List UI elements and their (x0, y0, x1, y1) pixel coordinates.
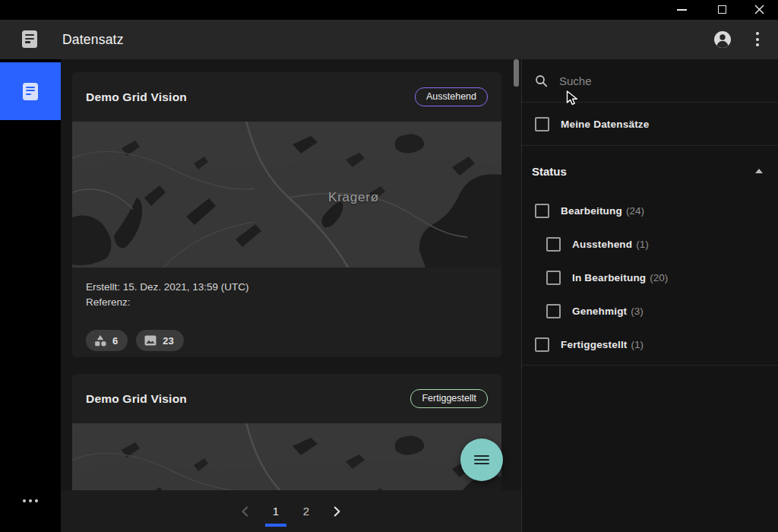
my-datasets-label: Meine Datensätze (561, 119, 650, 130)
more-horiz-icon[interactable] (23, 499, 38, 502)
image-icon (144, 335, 157, 346)
fab-menu-button[interactable] (460, 439, 503, 481)
datasets-list-icon (23, 83, 38, 100)
checkbox[interactable] (546, 304, 561, 318)
status-badge: Fertiggestellt (410, 389, 488, 408)
status-badge: Ausstehend (415, 87, 488, 106)
option-count: (1) (631, 339, 644, 350)
nav-list-icon[interactable] (22, 30, 37, 48)
checkbox[interactable] (535, 337, 549, 352)
filter-option-ausstehend[interactable]: Ausstehend (1) (522, 227, 778, 261)
option-count: (1) (636, 239, 649, 250)
option-count: (20) (650, 272, 668, 283)
images-count: 23 (163, 335, 173, 347)
search-input[interactable] (558, 74, 743, 88)
my-datasets-filter[interactable]: Meine Datensätze (522, 103, 778, 146)
dataset-title: Demo Grid Vision (86, 90, 187, 104)
map-place-label: Kragerø (328, 190, 379, 205)
app-bar: Datensatz (0, 20, 778, 59)
created-date: Erstellt: 15. Dez. 2021, 13:59 (UTC) (86, 280, 488, 295)
status-section-title: Status (532, 165, 567, 178)
status-options: Bearbeitung (24) Ausstehend (1) In Bearb… (522, 194, 778, 366)
dataset-list: Demo Grid Vision Ausstehend Kragerø Erst… (61, 59, 521, 532)
status-section-header[interactable]: Status (522, 148, 778, 194)
checkbox[interactable] (535, 204, 549, 218)
account-icon[interactable] (713, 30, 732, 49)
sidebar (0, 59, 61, 532)
window-titlebar (0, 0, 778, 20)
checkbox[interactable] (546, 271, 561, 285)
page-button-2[interactable]: 2 (295, 496, 318, 527)
search-field[interactable] (522, 59, 778, 103)
sidebar-item-datasets[interactable] (0, 62, 61, 120)
category-icon (94, 335, 106, 347)
filter-option-in-bearbeitung[interactable]: In Bearbeitung (20) (522, 261, 778, 294)
search-icon (535, 74, 548, 87)
option-count: (24) (626, 205, 644, 217)
pagination: 1 2 (61, 490, 521, 532)
dataset-card-1[interactable]: Demo Grid Vision Ausstehend Kragerø Erst… (72, 72, 501, 357)
filter-panel: Meine Datensätze Status Bearbeitung (24)… (521, 59, 778, 532)
more-vert-icon[interactable] (756, 32, 759, 46)
map-preview: Kragerø (72, 122, 501, 268)
reference-label: Referenz: (86, 295, 488, 310)
active-page-underline (265, 524, 286, 527)
mouse-cursor (566, 90, 580, 106)
option-count: (3) (631, 306, 644, 317)
scrollbar-thumb[interactable] (514, 59, 519, 87)
labels-count: 6 (112, 335, 118, 347)
checkbox[interactable] (546, 237, 561, 252)
page-title: Datensatz (62, 20, 124, 59)
dataset-title: Demo Grid Vision (86, 392, 187, 406)
my-datasets-checkbox[interactable] (535, 117, 549, 131)
maximize-icon[interactable] (718, 5, 726, 14)
filter-option-fertiggestellt[interactable]: Fertiggestellt (1) (522, 328, 778, 361)
chevron-right-icon[interactable] (325, 500, 348, 523)
collapse-icon (755, 169, 763, 173)
labels-count-chip: 6 (86, 330, 128, 351)
images-count-chip: 23 (136, 330, 183, 351)
filter-option-bearbeitung[interactable]: Bearbeitung (24) (522, 194, 778, 227)
close-icon[interactable] (754, 4, 765, 15)
minimize-icon[interactable] (677, 9, 687, 11)
chevron-left-icon[interactable] (234, 500, 257, 523)
page-button-1[interactable]: 1 (264, 496, 287, 527)
filter-option-genehmigt[interactable]: Genehmigt (3) (522, 294, 778, 328)
